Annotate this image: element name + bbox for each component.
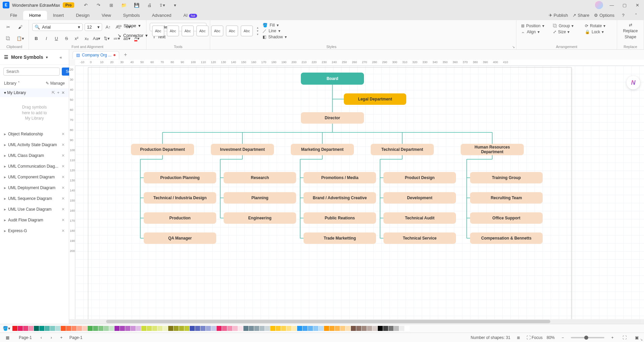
- color-swatch[interactable]: [184, 326, 189, 331]
- open-icon[interactable]: 📁: [120, 1, 128, 9]
- connector-tool[interactable]: ↘Connector ▾: [114, 31, 151, 40]
- undo-icon[interactable]: ↶: [82, 1, 90, 9]
- position-dropdown[interactable]: ⊞ Position▾: [521, 24, 548, 28]
- export-lib-icon[interactable]: ⇱: [52, 90, 55, 95]
- paste-icon[interactable]: 📋▾: [16, 34, 24, 42]
- zoom-in-icon[interactable]: +: [608, 334, 616, 342]
- style-swatch[interactable]: Abc: [182, 26, 194, 36]
- color-swatch[interactable]: [125, 326, 130, 331]
- menu-advanced[interactable]: Advanced: [146, 11, 177, 20]
- library-item[interactable]: ▸UML Deployment Diagram✕: [0, 182, 69, 193]
- search-input[interactable]: [3, 68, 60, 76]
- org-node-sub[interactable]: Product Design: [383, 172, 456, 183]
- close-icon[interactable]: ✕: [61, 175, 65, 179]
- close-icon[interactable]: ✕: [61, 142, 65, 147]
- close-icon[interactable]: ✕: [61, 153, 65, 158]
- ai-fab-button[interactable]: N: [627, 76, 640, 89]
- page-tab[interactable]: Page-1: [15, 335, 35, 341]
- color-swatch[interactable]: [200, 326, 205, 331]
- library-dropzone[interactable]: Drag symbols here to add to My Library: [4, 101, 65, 125]
- shadow-dropdown[interactable]: ◧Shadow ▾: [263, 35, 287, 39]
- horizontal-scrollbar[interactable]: [69, 319, 644, 324]
- color-swatch[interactable]: [114, 326, 120, 331]
- org-node-board[interactable]: Board: [301, 73, 364, 85]
- library-item[interactable]: ▸UML Component Diagram✕: [0, 172, 69, 182]
- cut-icon[interactable]: ✂: [4, 23, 12, 31]
- color-swatch[interactable]: [61, 326, 66, 331]
- org-node-dept[interactable]: Investment Department: [211, 144, 274, 155]
- zoom-slider[interactable]: [571, 337, 604, 338]
- color-swatch[interactable]: [120, 326, 125, 331]
- layers-icon[interactable]: ≣: [514, 334, 522, 342]
- color-swatch[interactable]: [243, 326, 248, 331]
- close-icon[interactable]: ✕: [61, 228, 65, 233]
- color-swatch[interactable]: [324, 326, 329, 331]
- options-button[interactable]: ⚙Options: [594, 13, 614, 18]
- org-node-sub[interactable]: Technical Audit: [383, 212, 456, 224]
- close-icon[interactable]: ✕: [61, 218, 65, 222]
- color-swatch[interactable]: [168, 326, 173, 331]
- fill-bucket-icon[interactable]: 🪣▾: [3, 326, 10, 331]
- color-swatch[interactable]: [109, 326, 114, 331]
- org-node-sub[interactable]: Recrulting Team: [470, 192, 543, 204]
- style-swatch[interactable]: Abc: [167, 26, 179, 36]
- org-node-sub[interactable]: Technical Service: [383, 232, 456, 244]
- color-swatch[interactable]: [249, 326, 254, 331]
- color-swatch[interactable]: [308, 326, 313, 331]
- close-icon[interactable]: ✕: [61, 185, 65, 190]
- menu-home[interactable]: Home: [23, 11, 47, 20]
- color-swatch[interactable]: [131, 326, 136, 331]
- library-toggle[interactable]: Library ˄: [4, 81, 20, 86]
- color-swatch[interactable]: [329, 326, 334, 331]
- org-node-sub[interactable]: Production Planning: [144, 172, 216, 183]
- color-swatch[interactable]: [211, 326, 216, 331]
- color-swatch[interactable]: [372, 326, 377, 331]
- subscript-icon[interactable]: x₂: [83, 34, 91, 42]
- color-swatch[interactable]: [286, 326, 291, 331]
- library-item[interactable]: ▸UML Class Diagram✕: [0, 150, 69, 161]
- org-node-sub[interactable]: Public Reations: [304, 212, 376, 224]
- strike-icon[interactable]: S: [62, 34, 71, 42]
- menu-insert[interactable]: Insert: [47, 11, 70, 20]
- org-node-director[interactable]: Director: [301, 112, 364, 124]
- color-swatch[interactable]: [233, 326, 238, 331]
- increase-font-icon[interactable]: A↑: [104, 23, 112, 31]
- fill-dropdown[interactable]: 🪣Fill ▾: [263, 23, 287, 28]
- font-size-select[interactable]: 12 ▾: [85, 23, 102, 31]
- close-icon[interactable]: ✕: [633, 1, 641, 9]
- color-swatch[interactable]: [190, 326, 195, 331]
- org-node-dept[interactable]: Human Resources Department: [461, 144, 524, 155]
- color-swatch[interactable]: [163, 326, 168, 331]
- superscript-icon[interactable]: x²: [73, 34, 81, 42]
- color-swatch[interactable]: [399, 326, 404, 331]
- color-swatch[interactable]: [157, 326, 163, 331]
- color-swatch[interactable]: [238, 326, 243, 331]
- focus-toggle[interactable]: ⛶ Focus: [526, 335, 543, 340]
- line-dropdown[interactable]: ／Line ▾: [263, 28, 287, 34]
- style-swatch[interactable]: Abc: [211, 26, 223, 36]
- org-node-sub[interactable]: Trade Marketting: [304, 232, 376, 244]
- zoom-out-icon[interactable]: −: [559, 334, 567, 342]
- document-tab[interactable]: ▤ Company Org ...: [73, 51, 119, 59]
- lock-dropdown[interactable]: 🔒 Lock▾: [585, 30, 612, 34]
- close-icon[interactable]: ✕: [61, 132, 65, 136]
- org-node-sub[interactable]: Planning: [224, 192, 296, 204]
- color-swatch[interactable]: [335, 326, 340, 331]
- color-swatch[interactable]: [98, 326, 103, 331]
- library-item[interactable]: ▸UML Communication Diag...✕: [0, 161, 69, 172]
- org-node-legal[interactable]: Legal Department: [344, 93, 406, 105]
- color-swatch[interactable]: [136, 326, 141, 331]
- color-swatch[interactable]: [351, 326, 356, 331]
- org-node-sub[interactable]: Technical / Industria Design: [144, 192, 216, 204]
- org-node-sub[interactable]: Brand / Advertising Creative: [304, 192, 376, 204]
- style-swatch[interactable]: Abc: [196, 26, 209, 36]
- add-page-icon[interactable]: +: [57, 334, 65, 342]
- color-swatch[interactable]: [281, 326, 286, 331]
- color-swatch[interactable]: [206, 326, 211, 331]
- shape-tool[interactable]: ▭Shape ▾: [114, 22, 151, 30]
- color-swatch[interactable]: [340, 326, 345, 331]
- fit-page-icon[interactable]: ⛶: [620, 334, 629, 342]
- color-swatch[interactable]: [55, 326, 60, 331]
- export-icon[interactable]: ⇪▾: [158, 1, 166, 9]
- color-swatch[interactable]: [104, 326, 109, 331]
